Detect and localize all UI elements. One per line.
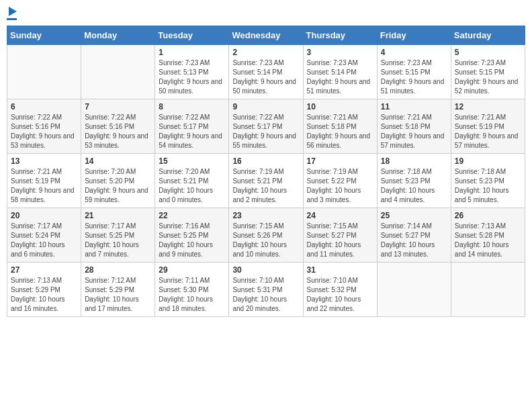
day-number: 16 [232, 156, 299, 166]
calendar-cell: 30Sunrise: 7:10 AM Sunset: 5:31 PM Dayli… [229, 263, 303, 317]
calendar-cell: 18Sunrise: 7:18 AM Sunset: 5:23 PM Dayli… [377, 154, 451, 208]
calendar-cell: 11Sunrise: 7:21 AM Sunset: 5:18 PM Dayli… [377, 99, 451, 154]
day-number: 2 [232, 48, 299, 57]
calendar-cell [81, 45, 155, 99]
calendar-cell: 13Sunrise: 7:21 AM Sunset: 5:19 PM Dayli… [7, 154, 81, 208]
calendar-cell: 28Sunrise: 7:12 AM Sunset: 5:29 PM Dayli… [81, 263, 155, 317]
day-info: Sunrise: 7:23 AM Sunset: 5:15 PM Dayligh… [381, 58, 447, 96]
calendar-cell: 9Sunrise: 7:22 AM Sunset: 5:17 PM Daylig… [229, 99, 303, 154]
day-info: Sunrise: 7:12 AM Sunset: 5:29 PM Dayligh… [85, 276, 151, 314]
day-number: 5 [455, 48, 521, 57]
day-info: Sunrise: 7:18 AM Sunset: 5:23 PM Dayligh… [455, 167, 521, 205]
calendar-week-row: 20Sunrise: 7:17 AM Sunset: 5:24 PM Dayli… [7, 208, 525, 263]
day-number: 13 [11, 156, 77, 166]
weekday-header-friday: Friday [377, 26, 451, 45]
logo [7, 7, 19, 20]
day-number: 18 [381, 156, 447, 166]
calendar-cell: 19Sunrise: 7:18 AM Sunset: 5:23 PM Dayli… [451, 154, 525, 208]
calendar-cell: 16Sunrise: 7:19 AM Sunset: 5:21 PM Dayli… [229, 154, 303, 208]
day-number: 12 [455, 102, 521, 111]
calendar-cell [451, 263, 525, 317]
calendar-cell [377, 263, 451, 317]
calendar-cell: 25Sunrise: 7:14 AM Sunset: 5:27 PM Dayli… [377, 208, 451, 263]
day-number: 7 [85, 102, 151, 111]
calendar-cell: 26Sunrise: 7:13 AM Sunset: 5:28 PM Dayli… [451, 208, 525, 263]
calendar-cell: 27Sunrise: 7:13 AM Sunset: 5:29 PM Dayli… [7, 263, 81, 317]
calendar-cell: 20Sunrise: 7:17 AM Sunset: 5:24 PM Dayli… [7, 208, 81, 263]
day-number: 21 [85, 211, 151, 220]
weekday-header-tuesday: Tuesday [155, 26, 229, 45]
day-number: 4 [381, 48, 447, 57]
calendar-week-row: 6Sunrise: 7:22 AM Sunset: 5:16 PM Daylig… [7, 99, 525, 154]
day-info: Sunrise: 7:10 AM Sunset: 5:31 PM Dayligh… [232, 276, 299, 314]
day-info: Sunrise: 7:22 AM Sunset: 5:17 PM Dayligh… [159, 113, 225, 150]
calendar-cell [7, 45, 81, 99]
calendar-cell: 5Sunrise: 7:23 AM Sunset: 5:15 PM Daylig… [451, 45, 525, 99]
day-number: 8 [159, 102, 225, 111]
day-number: 26 [455, 211, 521, 220]
day-number: 24 [307, 211, 373, 220]
calendar-week-row: 13Sunrise: 7:21 AM Sunset: 5:19 PM Dayli… [7, 154, 525, 208]
day-number: 6 [11, 102, 77, 111]
calendar-cell: 14Sunrise: 7:20 AM Sunset: 5:20 PM Dayli… [81, 154, 155, 208]
day-info: Sunrise: 7:23 AM Sunset: 5:14 PM Dayligh… [307, 58, 373, 96]
logo-underline [7, 18, 17, 20]
calendar-cell: 10Sunrise: 7:21 AM Sunset: 5:18 PM Dayli… [303, 99, 377, 154]
day-info: Sunrise: 7:22 AM Sunset: 5:16 PM Dayligh… [11, 113, 77, 150]
day-info: Sunrise: 7:18 AM Sunset: 5:23 PM Dayligh… [381, 167, 447, 205]
calendar-table: SundayMondayTuesdayWednesdayThursdayFrid… [7, 26, 525, 317]
calendar-body: 1Sunrise: 7:23 AM Sunset: 5:13 PM Daylig… [7, 45, 525, 317]
day-info: Sunrise: 7:16 AM Sunset: 5:25 PM Dayligh… [159, 222, 225, 259]
day-info: Sunrise: 7:23 AM Sunset: 5:14 PM Dayligh… [232, 58, 299, 96]
calendar-cell: 15Sunrise: 7:20 AM Sunset: 5:21 PM Dayli… [155, 154, 229, 208]
calendar-cell: 31Sunrise: 7:10 AM Sunset: 5:32 PM Dayli… [303, 263, 377, 317]
calendar-cell: 17Sunrise: 7:19 AM Sunset: 5:22 PM Dayli… [303, 154, 377, 208]
logo-blue-part [7, 7, 17, 17]
calendar-cell: 2Sunrise: 7:23 AM Sunset: 5:14 PM Daylig… [229, 45, 303, 99]
day-info: Sunrise: 7:21 AM Sunset: 5:18 PM Dayligh… [307, 113, 373, 150]
logo-icon [7, 7, 17, 20]
calendar-cell: 4Sunrise: 7:23 AM Sunset: 5:15 PM Daylig… [377, 45, 451, 99]
weekday-header-sunday: Sunday [7, 26, 81, 45]
day-number: 22 [159, 211, 225, 220]
day-info: Sunrise: 7:17 AM Sunset: 5:25 PM Dayligh… [85, 222, 151, 259]
weekday-header-row: SundayMondayTuesdayWednesdayThursdayFrid… [7, 26, 525, 45]
day-number: 27 [11, 265, 77, 275]
calendar-cell: 3Sunrise: 7:23 AM Sunset: 5:14 PM Daylig… [303, 45, 377, 99]
day-info: Sunrise: 7:19 AM Sunset: 5:22 PM Dayligh… [307, 167, 373, 205]
day-info: Sunrise: 7:21 AM Sunset: 5:18 PM Dayligh… [381, 113, 447, 150]
day-number: 17 [307, 156, 373, 166]
day-number: 3 [307, 48, 373, 57]
day-info: Sunrise: 7:15 AM Sunset: 5:26 PM Dayligh… [232, 222, 299, 259]
calendar-cell: 1Sunrise: 7:23 AM Sunset: 5:13 PM Daylig… [155, 45, 229, 99]
calendar-cell: 12Sunrise: 7:21 AM Sunset: 5:19 PM Dayli… [451, 99, 525, 154]
day-number: 11 [381, 102, 447, 111]
weekday-header-saturday: Saturday [451, 26, 525, 45]
day-info: Sunrise: 7:20 AM Sunset: 5:21 PM Dayligh… [159, 167, 225, 205]
weekday-header-monday: Monday [81, 26, 155, 45]
day-info: Sunrise: 7:15 AM Sunset: 5:27 PM Dayligh… [307, 222, 373, 259]
calendar-cell: 8Sunrise: 7:22 AM Sunset: 5:17 PM Daylig… [155, 99, 229, 154]
day-number: 1 [159, 48, 225, 57]
day-info: Sunrise: 7:11 AM Sunset: 5:30 PM Dayligh… [159, 276, 225, 314]
day-info: Sunrise: 7:21 AM Sunset: 5:19 PM Dayligh… [455, 113, 521, 150]
calendar-cell: 22Sunrise: 7:16 AM Sunset: 5:25 PM Dayli… [155, 208, 229, 263]
day-number: 29 [159, 265, 225, 275]
day-number: 10 [307, 102, 373, 111]
day-info: Sunrise: 7:23 AM Sunset: 5:15 PM Dayligh… [455, 58, 521, 96]
day-info: Sunrise: 7:10 AM Sunset: 5:32 PM Dayligh… [307, 276, 373, 314]
day-number: 9 [232, 102, 299, 111]
calendar-cell: 24Sunrise: 7:15 AM Sunset: 5:27 PM Dayli… [303, 208, 377, 263]
day-number: 15 [159, 156, 225, 166]
day-info: Sunrise: 7:20 AM Sunset: 5:20 PM Dayligh… [85, 167, 151, 205]
weekday-header-thursday: Thursday [303, 26, 377, 45]
calendar-cell: 6Sunrise: 7:22 AM Sunset: 5:16 PM Daylig… [7, 99, 81, 154]
day-number: 30 [232, 265, 299, 275]
day-number: 25 [381, 211, 447, 220]
day-info: Sunrise: 7:22 AM Sunset: 5:16 PM Dayligh… [85, 113, 151, 150]
day-info: Sunrise: 7:23 AM Sunset: 5:13 PM Dayligh… [159, 58, 225, 96]
calendar-week-row: 27Sunrise: 7:13 AM Sunset: 5:29 PM Dayli… [7, 263, 525, 317]
calendar-week-row: 1Sunrise: 7:23 AM Sunset: 5:13 PM Daylig… [7, 45, 525, 99]
day-info: Sunrise: 7:22 AM Sunset: 5:17 PM Dayligh… [232, 113, 299, 150]
calendar-cell: 7Sunrise: 7:22 AM Sunset: 5:16 PM Daylig… [81, 99, 155, 154]
